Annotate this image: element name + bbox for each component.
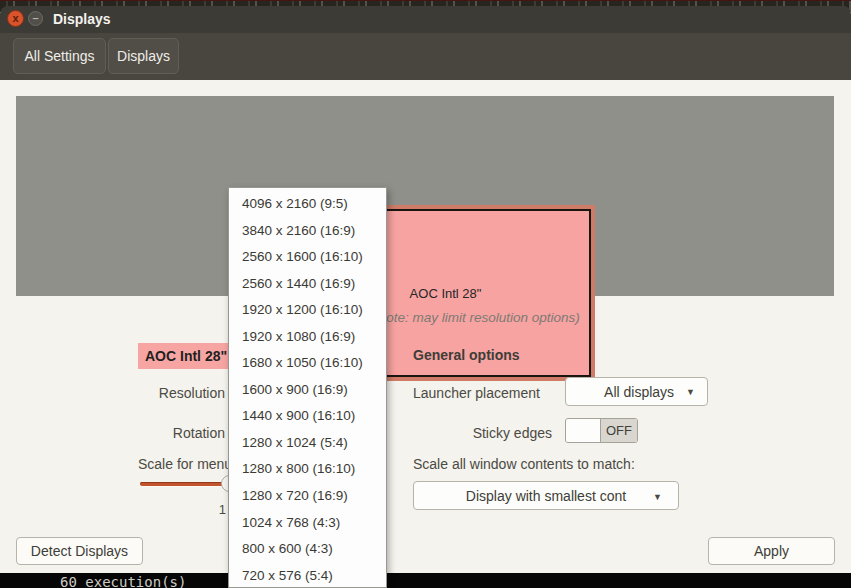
apply-button[interactable]: Apply	[708, 537, 835, 565]
launcher-placement-label: Launcher placement	[413, 385, 540, 401]
resolution-option[interactable]: 3840 x 2160 (16:9)	[229, 218, 386, 245]
settings-toolbar: All Settings Displays	[0, 33, 851, 80]
resolution-option[interactable]: 800 x 600 (4:3)	[229, 536, 386, 563]
scale-all-dropdown[interactable]: Display with smallest cont ▼	[413, 481, 679, 510]
resolution-option[interactable]: 1024 x 768 (4:3)	[229, 510, 386, 537]
resolution-option[interactable]: 1280 x 1024 (5:4)	[229, 430, 386, 457]
scale-slider-value: 1	[206, 502, 226, 517]
monitor-arrangement-area[interactable]: AOC Intl 28"	[16, 96, 834, 296]
resolution-option[interactable]: 1680 x 1050 (16:10)	[229, 350, 386, 377]
resolution-note: (Note: may limit resolution options)	[372, 310, 580, 325]
sticky-edges-toggle[interactable]: OFF	[565, 418, 638, 443]
terminal-text: 60 execution(s)	[60, 574, 186, 588]
chevron-down-icon: ▼	[686, 387, 695, 397]
resolution-dropdown-menu[interactable]: 4096 x 2160 (9:5)3840 x 2160 (16:9)2560 …	[228, 187, 387, 588]
resolution-option[interactable]: 1280 x 800 (16:10)	[229, 456, 386, 483]
resolution-option[interactable]: 1920 x 1080 (16:9)	[229, 324, 386, 351]
selected-monitor-name: AOC Intl 28"	[138, 343, 242, 369]
displays-toolbar-button[interactable]: Displays	[108, 38, 179, 74]
resolution-option[interactable]: 1280 x 720 (16:9)	[229, 483, 386, 510]
resolution-option[interactable]: 1600 x 900 (16:9)	[229, 377, 386, 404]
launcher-placement-value: All displays	[604, 384, 674, 400]
scale-all-label: Scale all window contents to match:	[413, 456, 635, 472]
close-icon[interactable]: x	[7, 10, 24, 27]
resolution-option[interactable]: 720 x 576 (5:4)	[229, 563, 386, 588]
toggle-knob	[566, 419, 601, 442]
titlebar[interactable]: x – Displays	[0, 6, 851, 33]
resolution-option[interactable]: 2560 x 1440 (16:9)	[229, 271, 386, 298]
chevron-down-icon: ▼	[653, 492, 662, 502]
launcher-placement-dropdown[interactable]: All displays ▼	[565, 377, 708, 406]
sticky-edges-label: Sticky edges	[400, 425, 552, 441]
resolution-option[interactable]: 2560 x 1600 (16:10)	[229, 244, 386, 271]
toggle-state-label: OFF	[601, 419, 637, 442]
scale-slider-track[interactable]	[140, 482, 232, 486]
resolution-option[interactable]: 1440 x 900 (16:10)	[229, 403, 386, 430]
window-title: Displays	[53, 6, 111, 33]
resolution-option[interactable]: 4096 x 2160 (9:5)	[229, 191, 386, 218]
monitor-preview-label: AOC Intl 28"	[410, 286, 482, 301]
displays-settings-window: x – Displays All Settings Displays AOC I…	[0, 0, 851, 588]
all-settings-button[interactable]: All Settings	[13, 38, 106, 74]
resolution-option[interactable]: 1920 x 1200 (16:10)	[229, 297, 386, 324]
detect-displays-button[interactable]: Detect Displays	[16, 537, 143, 565]
terminal-strip: 60 execution(s)	[0, 573, 851, 588]
resolution-label: Resolution	[100, 385, 225, 401]
general-options-heading: General options	[413, 347, 520, 363]
rotation-label: Rotation	[100, 425, 225, 441]
minimize-icon[interactable]: –	[28, 11, 43, 26]
scale-all-value: Display with smallest cont	[466, 488, 626, 504]
